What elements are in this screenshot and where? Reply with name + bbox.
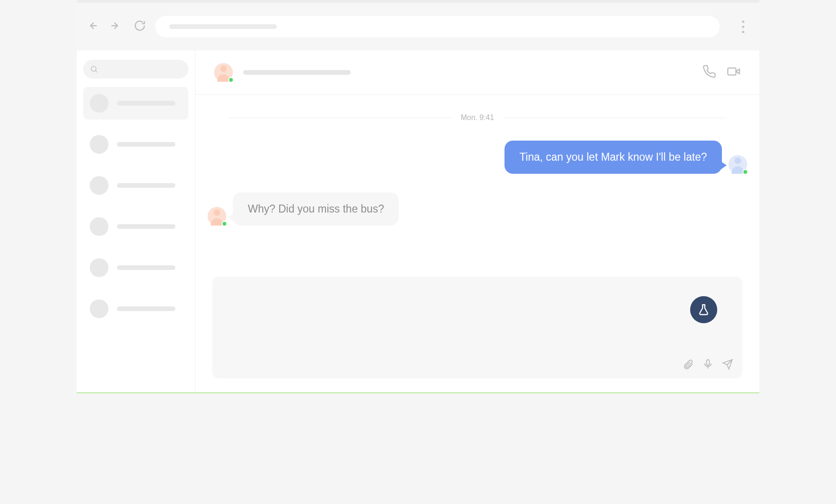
paperclip-icon xyxy=(683,359,694,370)
lab-button[interactable] xyxy=(690,296,717,323)
conversation-name-placeholder xyxy=(117,101,175,106)
microphone-icon xyxy=(702,359,713,370)
nav-icons xyxy=(86,20,146,34)
online-indicator xyxy=(222,221,227,227)
conversation-item[interactable] xyxy=(83,128,188,161)
attach-button[interactable] xyxy=(683,359,694,372)
timestamp-text: Mon. 9:41 xyxy=(461,114,494,122)
send-button[interactable] xyxy=(722,359,733,372)
url-placeholder xyxy=(169,24,277,29)
conversation-name-placeholder xyxy=(117,183,175,188)
sidebar xyxy=(77,50,195,392)
message-composer[interactable] xyxy=(212,277,742,378)
chat-area: Mon. 9:41 Tina, can you let Mark know I'… xyxy=(195,50,759,392)
contact-name-placeholder xyxy=(243,70,351,75)
conversation-item[interactable] xyxy=(83,292,188,325)
conversation-name-placeholder xyxy=(117,265,175,270)
message-bubble-sent[interactable]: Tina, can you let Mark know I'll be late… xyxy=(504,141,722,174)
browser-menu-button[interactable] xyxy=(736,21,750,33)
avatar xyxy=(90,176,108,195)
svg-point-2 xyxy=(91,66,96,71)
conversation-name-placeholder xyxy=(117,224,175,229)
url-bar[interactable] xyxy=(155,16,720,37)
avatar xyxy=(90,258,108,277)
avatar xyxy=(90,217,108,236)
search-input[interactable] xyxy=(83,60,188,78)
message-row-sent: Tina, can you let Mark know I'll be late… xyxy=(228,141,747,174)
composer-actions xyxy=(683,359,733,372)
back-button[interactable] xyxy=(86,20,98,34)
self-avatar xyxy=(728,155,747,174)
video-call-button[interactable] xyxy=(727,64,741,80)
voice-call-button[interactable] xyxy=(702,64,716,80)
contact-avatar[interactable] xyxy=(214,63,233,82)
forward-button[interactable] xyxy=(110,20,122,34)
avatar xyxy=(90,94,108,113)
browser-toolbar xyxy=(77,3,759,50)
avatar xyxy=(90,135,108,154)
svg-rect-6 xyxy=(706,360,709,365)
online-indicator xyxy=(228,77,234,83)
conversation-item[interactable] xyxy=(83,87,188,120)
header-actions xyxy=(702,64,741,80)
conversation-name-placeholder xyxy=(117,306,175,311)
flask-icon xyxy=(697,303,710,316)
phone-icon xyxy=(702,64,716,78)
contact-avatar xyxy=(208,207,226,226)
reload-button[interactable] xyxy=(134,20,146,34)
svg-rect-4 xyxy=(728,68,736,75)
svg-line-3 xyxy=(95,71,97,72)
search-icon xyxy=(90,65,98,73)
avatar xyxy=(90,299,108,318)
video-icon xyxy=(727,64,741,78)
conversation-item[interactable] xyxy=(83,251,188,284)
conversation-name-placeholder xyxy=(117,142,175,147)
app-body: Mon. 9:41 Tina, can you let Mark know I'… xyxy=(77,50,759,392)
conversation-item[interactable] xyxy=(83,169,188,202)
message-bubble-received[interactable]: Why? Did you miss the bus? xyxy=(233,192,399,226)
app-window: Mon. 9:41 Tina, can you let Mark know I'… xyxy=(77,0,759,393)
chat-header xyxy=(195,50,759,95)
timestamp-divider: Mon. 9:41 xyxy=(228,114,727,122)
voice-message-button[interactable] xyxy=(702,359,713,372)
online-indicator xyxy=(742,169,748,175)
messages-list: Mon. 9:41 Tina, can you let Mark know I'… xyxy=(195,95,759,277)
send-icon xyxy=(722,359,733,370)
message-row-received: Why? Did you miss the bus? xyxy=(208,192,727,226)
conversation-item[interactable] xyxy=(83,210,188,243)
